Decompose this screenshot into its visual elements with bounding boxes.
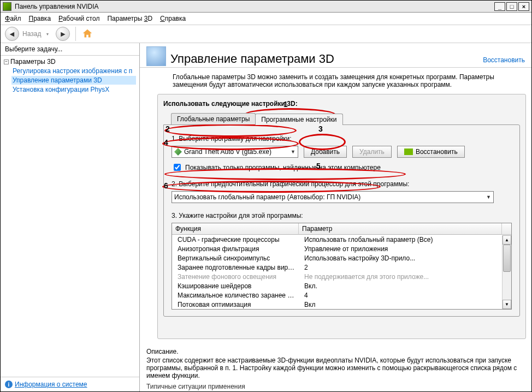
scroll-thumb[interactable] bbox=[503, 245, 511, 272]
table-row[interactable]: Анизотропная фильтрацияУправление от при… bbox=[172, 244, 511, 253]
menu-desktop[interactable]: Рабочий стол bbox=[58, 15, 99, 22]
cell-parameter: Использовать глобальный параметр (Все) bbox=[299, 235, 511, 244]
toolbar-separator bbox=[75, 27, 76, 41]
description-header: Описание. bbox=[146, 348, 523, 355]
restore-defaults-link[interactable]: Восстановить bbox=[483, 56, 525, 66]
cell-function: Кэширование шейдеров bbox=[172, 281, 299, 290]
cell-function: Затенение фонового освещения bbox=[172, 272, 299, 281]
show-only-label: Показывать только программы, найденные н… bbox=[185, 164, 381, 171]
table-row[interactable]: Вертикальный синхроимпульсИспользовать н… bbox=[172, 253, 511, 263]
back-dropdown-icon[interactable]: ▼ bbox=[45, 32, 49, 36]
restore-button[interactable]: Восстановить bbox=[397, 146, 465, 158]
tab-content: 1. Выберите программу для настройки: Gra… bbox=[163, 124, 520, 317]
back-button[interactable]: ◄ bbox=[5, 27, 19, 41]
cell-function: Заранее подготовленные кадры вирту... bbox=[172, 263, 299, 272]
system-info-link[interactable]: Информация о системе bbox=[15, 381, 87, 388]
table-scrollbar[interactable]: ▲ ▼ bbox=[502, 235, 511, 309]
page-title: Управление параметрами 3D bbox=[170, 52, 483, 66]
settings-table: Функция Параметр CUDA - графические проц… bbox=[172, 223, 512, 310]
settings-panel: Использовать следующие настройки 3D: Гло… bbox=[157, 94, 526, 339]
window-frame: Панель управления NVIDIA _ □ × Файл Прав… bbox=[0, 0, 532, 392]
cell-parameter: Вкл bbox=[299, 300, 511, 309]
cell-function: Анизотропная фильтрация bbox=[172, 244, 299, 253]
program-icon bbox=[174, 148, 182, 156]
step3-label: 3. Укажите настройки для этой программы: bbox=[172, 212, 512, 219]
maximize-button[interactable]: □ bbox=[506, 2, 517, 11]
restore-button-label: Восстановить bbox=[416, 148, 458, 156]
program-select[interactable]: Grand Theft Auto V (gta5.exe) ▼ bbox=[172, 146, 298, 158]
menu-edit[interactable]: Правка bbox=[29, 15, 51, 22]
sidebar: Выберите задачу... − Параметры 3D Регули… bbox=[1, 43, 140, 391]
table-row[interactable]: Потоковая оптимизацияВкл bbox=[172, 300, 511, 309]
add-button[interactable]: Добавить bbox=[304, 146, 347, 158]
th-parameter[interactable]: Параметр bbox=[299, 223, 502, 235]
show-only-checkbox[interactable]: Показывать только программы, найденные н… bbox=[172, 162, 512, 173]
nvidia-restore-icon bbox=[404, 149, 413, 155]
cell-parameter: 2 bbox=[299, 263, 511, 272]
cell-parameter: Вкл. bbox=[299, 281, 511, 290]
back-label: Назад bbox=[22, 30, 41, 38]
table-row[interactable]: Затенение фонового освещенияНе поддержив… bbox=[172, 272, 511, 281]
menu-3d-params[interactable]: Параметры 3D bbox=[107, 15, 152, 22]
header-icon bbox=[146, 46, 166, 66]
gpu-select-value: Использовать глобальный параметр (Автовы… bbox=[174, 193, 486, 201]
tree-item-physx[interactable]: Установка конфигурации PhysX bbox=[11, 85, 136, 94]
tab-global[interactable]: Глобальные параметры bbox=[171, 113, 256, 124]
tab-program[interactable]: Программные настройки bbox=[255, 114, 342, 125]
table-body[interactable]: CUDA - графические процессорыИспользоват… bbox=[172, 235, 511, 309]
step2-label: 2. Выберите предпочтительный графический… bbox=[172, 180, 512, 188]
description-section: Описание. Этот список содержит все настр… bbox=[140, 342, 531, 381]
tree-item-image-settings[interactable]: Регулировка настроек изображения с п bbox=[11, 67, 136, 75]
scroll-header-stub bbox=[502, 223, 511, 235]
nvidia-icon bbox=[3, 2, 11, 11]
tree-view[interactable]: − Параметры 3D Регулировка настроек изоб… bbox=[1, 56, 139, 377]
tree-item-manage-3d[interactable]: Управление параметрами 3D bbox=[11, 76, 136, 85]
table-row[interactable]: CUDA - графические процессорыИспользоват… bbox=[172, 235, 511, 244]
program-select-value: Grand Theft Auto V (gta5.exe) bbox=[184, 148, 291, 156]
sidebar-task-label: Выберите задачу... bbox=[1, 43, 139, 56]
cell-function: CUDA - графические процессоры bbox=[172, 235, 299, 244]
description-text: Этот список содержит все настраиваемые 3… bbox=[146, 357, 523, 379]
typical-use-header: Типичные ситуации применения bbox=[140, 381, 531, 391]
info-icon: i bbox=[5, 381, 13, 388]
dropdown-arrow-icon: ▼ bbox=[291, 149, 295, 155]
forward-button[interactable]: ► bbox=[56, 27, 70, 41]
menu-file[interactable]: Файл bbox=[5, 15, 21, 22]
tree-collapse-icon[interactable]: − bbox=[4, 60, 9, 64]
content-pane: Управление параметрами 3D Восстановить Г… bbox=[140, 43, 531, 391]
menu-help[interactable]: Справка bbox=[160, 15, 186, 22]
toolbar: ◄ Назад ▼ ► bbox=[1, 25, 531, 43]
cell-parameter: Управление от приложения bbox=[299, 244, 511, 253]
gpu-select[interactable]: Использовать глобальный параметр (Автовы… bbox=[172, 191, 494, 203]
cell-parameter: Использовать настройку 3D-прило... bbox=[299, 253, 511, 263]
table-row[interactable]: Кэширование шейдеровВкл. bbox=[172, 281, 511, 290]
cell-function: Потоковая оптимизация bbox=[172, 300, 299, 309]
panel-title: Использовать следующие настройки 3D: bbox=[163, 100, 520, 108]
minimize-button[interactable]: _ bbox=[494, 2, 505, 11]
cell-parameter: Не поддерживается для этого приложе... bbox=[299, 272, 511, 281]
dropdown-arrow-icon: ▼ bbox=[486, 194, 491, 200]
cell-function: Вертикальный синхроимпульс bbox=[172, 253, 299, 263]
cell-parameter: 4 bbox=[299, 290, 511, 300]
table-row[interactable]: Заранее подготовленные кадры вирту...2 bbox=[172, 263, 511, 272]
step1-label: 1. Выберите программу для настройки: bbox=[172, 135, 512, 142]
remove-button: Удалить bbox=[352, 146, 392, 158]
home-icon[interactable] bbox=[81, 28, 93, 40]
menubar: Файл Правка Рабочий стол Параметры 3D Сп… bbox=[1, 13, 531, 25]
table-row[interactable]: Максимальное количество заранее под...4 bbox=[172, 290, 511, 300]
window-title: Панель управления NVIDIA bbox=[15, 3, 494, 10]
show-only-input[interactable] bbox=[174, 164, 181, 171]
scroll-up-button[interactable]: ▲ bbox=[503, 235, 511, 245]
titlebar[interactable]: Панель управления NVIDIA _ □ × bbox=[1, 1, 531, 13]
intro-text: Глобальные параметры 3D можно заменить и… bbox=[140, 68, 531, 94]
close-button[interactable]: × bbox=[518, 2, 529, 11]
scroll-down-button[interactable]: ▼ bbox=[503, 300, 511, 309]
cell-function: Максимальное количество заранее под... bbox=[172, 290, 299, 300]
tree-root-label[interactable]: Параметры 3D bbox=[10, 58, 56, 66]
th-function[interactable]: Функция bbox=[172, 223, 299, 235]
